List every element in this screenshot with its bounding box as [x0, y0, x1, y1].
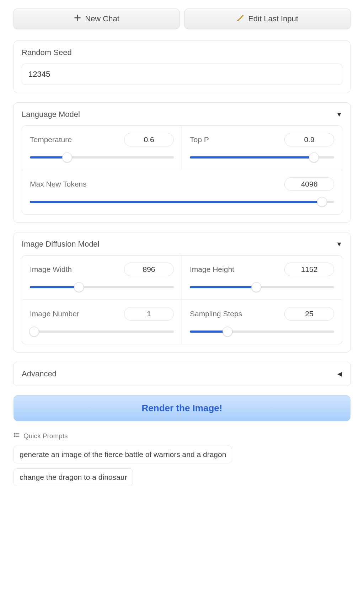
image-width-value[interactable]: 896 — [124, 263, 174, 276]
image-diffusion-panel: Image Diffusion Model ▼ Image Width 896 … — [14, 232, 350, 353]
top-p-value[interactable]: 0.9 — [284, 133, 334, 146]
edit-last-input-button[interactable]: Edit Last Input — [184, 9, 350, 29]
image-width-cell: Image Width 896 — [22, 256, 182, 300]
quick-prompts-header: Quick Prompts — [14, 432, 350, 440]
image-width-label: Image Width — [30, 265, 72, 274]
advanced-title: Advanced — [22, 369, 57, 378]
temperature-label: Temperature — [30, 135, 72, 144]
language-model-title: Language Model — [22, 110, 80, 119]
advanced-panel[interactable]: Advanced ◀ — [14, 362, 350, 386]
random-seed-input[interactable] — [22, 64, 342, 85]
image-number-value[interactable]: 1 — [124, 307, 174, 321]
quick-prompt-chip[interactable]: change the dragon to a dinosaur — [14, 468, 133, 486]
edit-last-label: Edit Last Input — [248, 14, 298, 23]
new-chat-button[interactable]: New Chat — [14, 9, 180, 29]
chevron-down-icon[interactable]: ▼ — [336, 241, 342, 248]
image-height-label: Image Height — [190, 265, 234, 274]
chevron-down-icon[interactable]: ▼ — [336, 111, 342, 118]
random-seed-title: Random Seed — [22, 48, 342, 57]
image-height-slider[interactable] — [190, 283, 334, 291]
top-p-slider[interactable] — [190, 154, 334, 161]
image-diffusion-title: Image Diffusion Model — [22, 240, 100, 249]
list-icon — [14, 432, 20, 440]
top-p-label: Top P — [190, 135, 209, 144]
temperature-cell: Temperature 0.6 — [22, 126, 182, 170]
sampling-steps-cell: Sampling Steps 25 — [182, 300, 342, 344]
image-height-value[interactable]: 1152 — [284, 263, 334, 276]
image-width-slider[interactable] — [30, 283, 174, 291]
image-number-label: Image Number — [30, 310, 79, 318]
quick-prompt-chip[interactable]: generate an image of the fierce battle o… — [14, 446, 232, 463]
sampling-steps-value[interactable]: 25 — [284, 307, 334, 321]
image-number-slider[interactable] — [30, 328, 174, 335]
temperature-slider[interactable] — [30, 154, 174, 161]
render-image-button[interactable]: Render the Image! — [14, 395, 350, 421]
sampling-steps-label: Sampling Steps — [190, 310, 242, 318]
plus-icon — [74, 14, 81, 24]
render-image-label: Render the Image! — [142, 403, 223, 413]
max-tokens-value[interactable]: 4096 — [284, 177, 334, 191]
pencil-icon — [237, 14, 245, 24]
sampling-steps-slider[interactable] — [190, 328, 334, 335]
image-height-cell: Image Height 1152 — [182, 256, 342, 300]
quick-prompts-title: Quick Prompts — [23, 432, 68, 440]
svg-point-6 — [14, 436, 15, 437]
chevron-left-icon[interactable]: ◀ — [337, 370, 342, 378]
max-tokens-slider[interactable] — [30, 198, 334, 206]
language-model-panel: Language Model ▼ Temperature 0.6 Top P 0… — [14, 102, 350, 223]
max-tokens-cell: Max New Tokens 4096 — [22, 170, 342, 214]
new-chat-label: New Chat — [85, 14, 119, 23]
svg-point-4 — [14, 435, 15, 435]
temperature-value[interactable]: 0.6 — [124, 133, 174, 146]
max-tokens-label: Max New Tokens — [30, 180, 87, 188]
svg-point-2 — [14, 433, 15, 434]
top-p-cell: Top P 0.9 — [182, 126, 342, 170]
random-seed-panel: Random Seed — [14, 41, 350, 93]
image-number-cell: Image Number 1 — [22, 300, 182, 344]
